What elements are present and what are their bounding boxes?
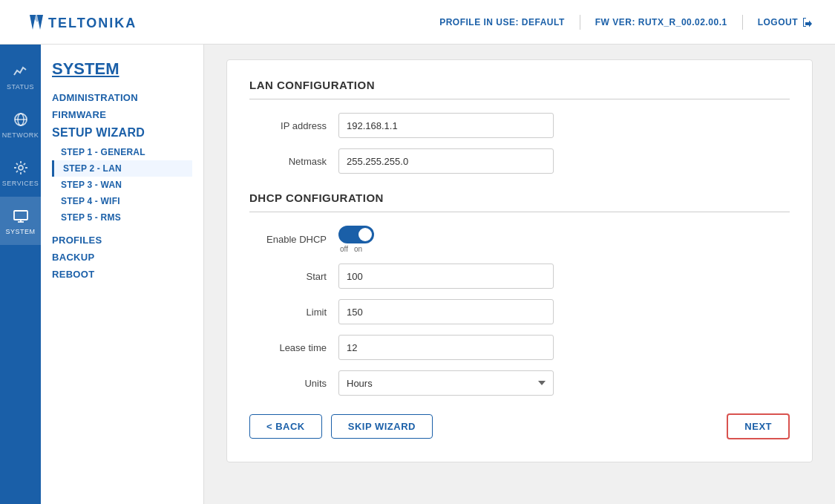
- netmask-label: Netmask: [249, 156, 338, 167]
- units-label: Units: [249, 378, 338, 389]
- enable-dhcp-toggle-container: off on: [338, 226, 374, 253]
- toggle-off-label: off: [340, 245, 348, 253]
- buttons-left: < BACK SKIP WIZARD: [249, 414, 433, 439]
- nav-title[interactable]: SYSTEM: [52, 59, 192, 79]
- ip-input[interactable]: [338, 113, 554, 138]
- network-icon: [12, 111, 30, 128]
- nav-sub-step3[interactable]: STEP 3 - WAN: [52, 177, 192, 193]
- logout-icon: [802, 17, 813, 27]
- services-label: SERVICES: [2, 180, 39, 187]
- content-area: LAN CONFIGURATION IP address Netmask DHC…: [204, 45, 835, 504]
- profile-label: PROFILE IN USE: DEFAULT: [439, 17, 565, 27]
- lan-config-section: LAN CONFIGURATION IP address Netmask: [249, 79, 790, 174]
- config-card: LAN CONFIGURATION IP address Netmask DHC…: [226, 59, 813, 462]
- toggle-on-label: on: [354, 245, 362, 253]
- limit-label: Limit: [249, 307, 338, 318]
- step4-label: STEP 4 - WIFI: [61, 196, 120, 206]
- lease-time-row: Lease time: [249, 335, 790, 360]
- system-icon: [12, 207, 30, 225]
- nav-item-setup-wizard[interactable]: SETUP WIZARD: [52, 126, 192, 140]
- network-label: NETWORK: [2, 131, 39, 139]
- main-layout: STATUS NETWORK SERVICES: [0, 45, 835, 504]
- step1-label: STEP 1 - GENERAL: [61, 147, 145, 157]
- svg-rect-8: [14, 211, 27, 220]
- lease-input[interactable]: [338, 335, 554, 360]
- nav-item-reboot[interactable]: REBOOT: [52, 269, 192, 280]
- start-input[interactable]: [338, 264, 554, 289]
- top-header: TELTONIKA PROFILE IN USE: DEFAULT FW VER…: [0, 0, 835, 45]
- logo-area: TELTONIKA: [22, 9, 141, 36]
- fw-label: FW VER: RUTX_R_00.02.00.1: [595, 17, 727, 27]
- services-icon: [12, 159, 30, 177]
- sidebar-item-services[interactable]: SERVICES: [0, 148, 41, 197]
- ip-address-row: IP address: [249, 113, 790, 138]
- system-label: SYSTEM: [5, 228, 35, 235]
- units-row: Units Hours Minutes Seconds: [249, 370, 790, 396]
- nav-item-profiles[interactable]: PROFILES: [52, 235, 192, 246]
- lan-section-title: LAN CONFIGURATION: [249, 79, 790, 99]
- enable-dhcp-toggle[interactable]: [338, 226, 374, 243]
- step5-label: STEP 5 - RMS: [61, 212, 121, 223]
- back-button[interactable]: < BACK: [249, 414, 322, 439]
- nav-sub-step5[interactable]: STEP 5 - RMS: [52, 209, 192, 226]
- nav-panel: SYSTEM ADMINISTRATION FIRMWARE SETUP WIZ…: [41, 45, 204, 504]
- sidebar-item-system[interactable]: SYSTEM: [0, 197, 41, 245]
- toggle-labels: off on: [338, 245, 362, 253]
- sidebar-item-status[interactable]: STATUS: [0, 52, 41, 100]
- nav-sub-step2[interactable]: STEP 2 - LAN: [52, 160, 192, 177]
- skip-wizard-button[interactable]: SKIP WIZARD: [331, 414, 433, 439]
- sidebar-icons: STATUS NETWORK SERVICES: [0, 45, 41, 504]
- lease-label: Lease time: [249, 342, 338, 353]
- units-select[interactable]: Hours Minutes Seconds: [338, 370, 554, 396]
- header-divider2: [742, 15, 743, 30]
- start-label: Start: [249, 271, 338, 282]
- netmask-input[interactable]: [338, 148, 554, 174]
- header-divider: [580, 15, 580, 30]
- svg-point-7: [19, 166, 23, 170]
- svg-text:TELTONIKA: TELTONIKA: [48, 16, 137, 30]
- dhcp-config-section: DHCP CONFIGURATION Enable DHCP off on: [249, 192, 790, 396]
- toggle-slider: [338, 226, 374, 243]
- header-right: PROFILE IN USE: DEFAULT FW VER: RUTX_R_0…: [439, 15, 813, 30]
- start-row: Start: [249, 264, 790, 289]
- logout-button[interactable]: LOGOUT: [758, 17, 813, 27]
- status-icon: [12, 62, 30, 80]
- limit-row: Limit: [249, 299, 790, 324]
- limit-input[interactable]: [338, 299, 554, 324]
- nav-sub-step4[interactable]: STEP 4 - WIFI: [52, 193, 192, 209]
- ip-label: IP address: [249, 120, 338, 131]
- buttons-row: < BACK SKIP WIZARD NEXT: [249, 413, 790, 439]
- enable-dhcp-row: Enable DHCP off on: [249, 226, 790, 253]
- step2-label: STEP 2 - LAN: [63, 163, 122, 174]
- status-label: STATUS: [7, 83, 34, 91]
- enable-dhcp-label: Enable DHCP: [249, 234, 338, 245]
- dhcp-section-title: DHCP CONFIGURATION: [249, 192, 790, 212]
- step3-label: STEP 3 - WAN: [61, 180, 122, 190]
- next-button[interactable]: NEXT: [727, 413, 790, 439]
- nav-item-administration[interactable]: ADMINISTRATION: [52, 92, 192, 103]
- sidebar-item-network[interactable]: NETWORK: [0, 100, 41, 148]
- logout-label: LOGOUT: [758, 17, 798, 27]
- nav-item-backup[interactable]: BACKUP: [52, 252, 192, 263]
- nav-sub-step1[interactable]: STEP 1 - GENERAL: [52, 144, 192, 160]
- netmask-row: Netmask: [249, 148, 790, 174]
- nav-item-firmware[interactable]: FIRMWARE: [52, 109, 192, 120]
- teltonika-logo: TELTONIKA: [22, 9, 141, 36]
